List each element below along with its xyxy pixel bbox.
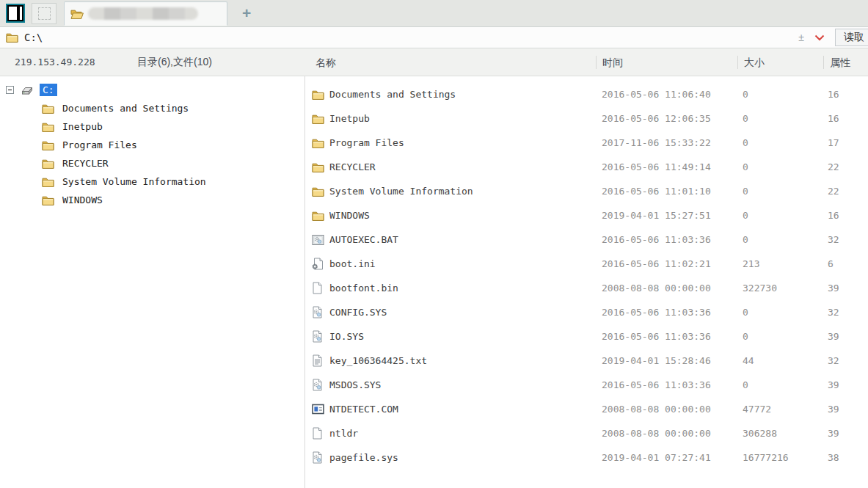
tree-item-folder[interactable]: RECYCLER: [0, 154, 304, 172]
file-icon: [312, 282, 323, 294]
file-row[interactable]: boot.ini 2016-05-06 11:02:21 213 6: [305, 252, 868, 276]
file-attr: 16: [828, 210, 868, 221]
file-row[interactable]: pagefile.sys 2019-04-01 07:27:41 1677721…: [305, 445, 868, 470]
folder-icon: [42, 177, 54, 187]
text-file-icon: [312, 354, 323, 367]
file-attr: 32: [828, 355, 868, 366]
address-path-text: C:\: [24, 32, 43, 43]
file-row[interactable]: RECYCLER 2016-05-06 11:49:14 0 22: [305, 155, 868, 179]
directory-tree-panel: C: Documents and Settings Inetpub Progra…: [0, 76, 305, 488]
folder-icon: [6, 32, 18, 43]
read-button[interactable]: 读取: [835, 29, 868, 46]
tree-item-folder[interactable]: System Volume Information: [0, 172, 304, 191]
file-row[interactable]: bootfont.bin 2008-08-08 00:00:00 322730 …: [305, 276, 868, 300]
file-time: 2016-05-06 11:49:14: [602, 161, 743, 172]
folder-icon: [312, 162, 324, 172]
tree-root-drive-c[interactable]: C:: [0, 81, 304, 99]
file-time: 2017-11-06 15:33:22: [602, 137, 743, 148]
bat-file-icon: [312, 234, 329, 246]
file-attr: 16: [828, 89, 868, 100]
file-size: 0: [743, 210, 828, 221]
app-logo-button[interactable]: [6, 4, 25, 23]
file-name: bootfont.bin: [329, 283, 602, 294]
column-header-time[interactable]: 时间: [596, 56, 737, 69]
file-name: WINDOWS: [329, 210, 602, 221]
host-ip-label: 219.153.49.228: [0, 57, 137, 68]
file-attr: 39: [828, 331, 868, 342]
file-attr: 17: [828, 137, 868, 148]
file-row[interactable]: Documents and Settings 2016-05-06 11:06:…: [305, 82, 868, 106]
file-name: boot.ini: [329, 258, 602, 269]
file-size: 44: [743, 355, 828, 366]
file-row[interactable]: AUTOEXEC.BAT 2016-05-06 11:03:36 0 32: [305, 227, 868, 252]
file-name: AUTOEXEC.BAT: [329, 234, 602, 245]
file-row[interactable]: MSDOS.SYS 2016-05-06 11:03:36 0 39: [305, 373, 868, 397]
sys-file-icon: [312, 330, 329, 343]
file-attr: 22: [828, 186, 868, 197]
file-attr: 32: [828, 234, 868, 245]
file-row[interactable]: Inetpub 2016-05-06 12:06:35 0 16: [305, 106, 868, 131]
column-header-size[interactable]: 大小: [737, 56, 823, 69]
file-size: 0: [743, 331, 828, 342]
expand-toggle-button[interactable]: ±: [798, 32, 804, 43]
tree-item-label: WINDOWS: [62, 194, 103, 205]
file-icon: [312, 427, 323, 440]
column-header-attr[interactable]: 属性: [823, 56, 868, 69]
column-header-name[interactable]: 名称: [305, 56, 596, 69]
tab-active-session[interactable]: [64, 1, 227, 26]
file-row[interactable]: IO.SYS 2016-05-06 11:03:36 0 39: [305, 324, 868, 349]
marquee-select-icon: [38, 7, 51, 20]
new-tab-button[interactable]: +: [242, 6, 251, 21]
file-size: 306288: [743, 428, 828, 439]
folder-file-icon: [312, 114, 329, 124]
system-file-icon: [312, 330, 323, 343]
folder-file-icon: [312, 162, 329, 172]
tree-collapse-icon[interactable]: [6, 86, 14, 94]
marquee-select-button[interactable]: [32, 3, 56, 24]
file-time: 2008-08-08 00:00:00: [602, 283, 743, 294]
file-time: 2016-05-06 11:01:10: [602, 186, 743, 197]
file-row[interactable]: ntldr 2008-08-08 00:00:00 306288 39: [305, 421, 868, 445]
file-time: 2008-08-08 00:00:00: [602, 428, 743, 439]
file-name: key_106364425.txt: [329, 355, 602, 366]
disk-drive-icon: [19, 85, 34, 95]
ini-file-icon: [312, 258, 329, 270]
file-row[interactable]: key_106364425.txt 2019-04-01 15:28:46 44…: [305, 349, 868, 373]
file-size: 0: [743, 186, 828, 197]
config-file-icon: [312, 258, 324, 270]
txt-file-icon: [312, 354, 329, 367]
file-row[interactable]: WINDOWS 2019-04-01 15:27:51 0 16: [305, 203, 868, 227]
folder-file-icon: [312, 211, 329, 221]
com-file-icon: [312, 404, 329, 415]
file-attr: 39: [828, 404, 868, 415]
sys-file-icon: [312, 379, 329, 391]
folder-icon: [312, 90, 324, 100]
folder-icon: [312, 138, 324, 148]
file-row[interactable]: Program Files 2017-11-06 15:33:22 0 17: [305, 131, 868, 155]
tree-item-folder[interactable]: Inetpub: [0, 117, 304, 136]
tree-item-label: System Volume Information: [62, 176, 206, 187]
tree-item-folder[interactable]: Program Files: [0, 136, 304, 154]
system-file-icon: [312, 451, 323, 464]
file-time: 2008-08-08 00:00:00: [602, 404, 743, 415]
file-name: Program Files: [329, 137, 602, 148]
sys-file-icon: [312, 451, 329, 464]
plain-file-icon: [312, 427, 329, 440]
file-row[interactable]: NTDETECT.COM 2008-08-08 00:00:00 47772 3…: [305, 397, 868, 421]
file-attr: 39: [828, 283, 868, 294]
file-size: 0: [743, 89, 828, 100]
address-field[interactable]: C:\: [0, 32, 798, 43]
file-size: 0: [743, 379, 828, 390]
tree-item-folder[interactable]: Documents and Settings: [0, 99, 304, 117]
folder-icon: [42, 140, 54, 150]
tree-item-folder[interactable]: WINDOWS: [0, 191, 304, 209]
file-time: 2016-05-06 11:03:36: [602, 234, 743, 245]
file-name: Inetpub: [329, 113, 602, 124]
file-row[interactable]: CONFIG.SYS 2016-05-06 11:03:36 0 32: [305, 300, 868, 324]
file-name: RECYCLER: [329, 161, 602, 172]
file-attr: 39: [828, 428, 868, 439]
history-dropdown-chevron-icon[interactable]: [814, 34, 825, 41]
file-name: ntldr: [329, 428, 602, 439]
folder-icon: [312, 211, 324, 221]
file-row[interactable]: System Volume Information 2016-05-06 11:…: [305, 179, 868, 203]
